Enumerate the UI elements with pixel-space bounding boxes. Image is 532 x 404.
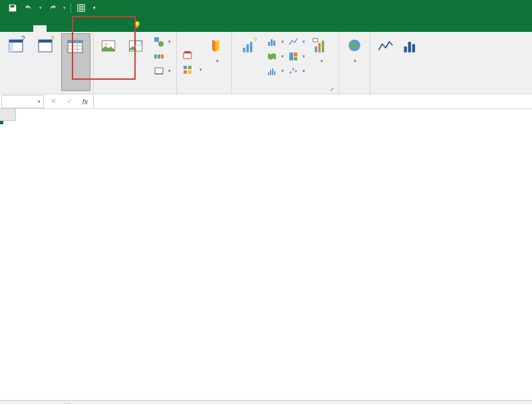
column-chart-icon — [267, 37, 277, 47]
svg-rect-13 — [68, 41, 82, 43]
dialog-launcher-icon[interactable]: ⤢ — [330, 86, 334, 92]
svg-point-49 — [293, 68, 295, 70]
tab-data[interactable] — [73, 25, 86, 32]
pivot-table-button[interactable]: ? — [3, 33, 32, 91]
tab-formulas[interactable] — [60, 25, 73, 32]
tab-file[interactable] — [7, 25, 20, 32]
smartart-icon — [154, 51, 164, 62]
table-button[interactable] — [61, 33, 90, 91]
store-button[interactable] — [180, 48, 205, 62]
svg-rect-39 — [271, 39, 273, 46]
qat-customize[interactable]: ▾ — [90, 1, 99, 15]
group-charts: ? ▾ ▾ ▾ ▾ ▾ ▾ ▾ — [232, 32, 339, 94]
smartart-button[interactable] — [151, 49, 174, 64]
formula-bar: ▾ ✕ ✓ fx — [0, 94, 532, 109]
chart-scatter-button[interactable]: ▾ — [285, 64, 307, 78]
chevron-down-icon: ▾ — [168, 39, 171, 45]
undo-button[interactable] — [21, 1, 36, 15]
svg-rect-33 — [188, 70, 192, 74]
group-illustrations: ▾ ▾ — [94, 32, 177, 94]
save-button[interactable] — [5, 1, 20, 15]
svg-point-19 — [105, 43, 108, 46]
svg-rect-47 — [274, 71, 275, 75]
tell-me-box[interactable]: 💡 — [126, 18, 150, 32]
lightbulb-icon: 💡 — [133, 21, 141, 29]
qat-grid-icon[interactable] — [74, 1, 88, 15]
svg-rect-35 — [247, 45, 249, 52]
chart-hier-button[interactable]: ▾ — [285, 49, 307, 64]
shapes-icon — [154, 37, 164, 47]
svg-point-23 — [158, 41, 164, 47]
chart-line-button[interactable]: ▾ — [285, 35, 307, 49]
tab-insert[interactable] — [33, 25, 47, 32]
group-illustrations-label — [96, 91, 174, 94]
svg-point-48 — [290, 72, 292, 74]
sparkline-hist-button[interactable] — [398, 33, 424, 91]
svg-rect-46 — [272, 68, 273, 75]
svg-rect-6 — [9, 40, 23, 43]
recommended-charts-button[interactable]: ? — [235, 33, 264, 91]
svg-text:?: ? — [253, 37, 257, 43]
tab-view[interactable] — [100, 25, 113, 32]
map3d-button[interactable]: ▾ — [342, 33, 367, 91]
svg-rect-52 — [319, 43, 321, 52]
cancel-formula-button: ✕ — [45, 95, 61, 108]
chart-col-button[interactable]: ▾ — [264, 35, 285, 49]
group-sparklines — [370, 32, 426, 94]
svg-rect-24 — [154, 54, 157, 58]
chevron-down-icon: ▾ — [354, 58, 356, 64]
bing-maps-button[interactable]: ▾ — [205, 33, 229, 91]
chart-map-button[interactable]: ▾ — [264, 49, 285, 64]
group-tours-label — [342, 91, 367, 94]
map-chart-icon — [267, 51, 277, 62]
redo-button[interactable] — [45, 1, 60, 15]
screenshot-button[interactable]: ▾ — [151, 64, 174, 78]
name-box[interactable]: ▾ — [1, 95, 44, 108]
svg-rect-30 — [184, 66, 187, 69]
qat-dropdown-2[interactable]: ▾ — [61, 1, 68, 15]
group-tables-label — [3, 91, 90, 94]
chevron-down-icon: ▾ — [38, 99, 41, 104]
group-charts-label: ⤢ — [235, 91, 336, 94]
line-chart-icon — [288, 37, 299, 47]
quick-access-toolbar: ▾ ▾ ▾ — [0, 1, 99, 15]
tab-developer[interactable] — [113, 25, 126, 32]
tab-layout[interactable] — [47, 25, 60, 32]
chart-stat-button[interactable]: ▾ — [264, 64, 285, 78]
svg-rect-25 — [158, 54, 160, 58]
sparkline-line-button[interactable] — [373, 33, 398, 91]
tab-home[interactable] — [20, 25, 33, 32]
svg-rect-44 — [268, 72, 269, 75]
svg-rect-10 — [39, 40, 52, 43]
histogram-icon — [267, 66, 277, 76]
svg-rect-34 — [243, 48, 245, 52]
svg-rect-31 — [188, 66, 192, 69]
qat-dropdown-1[interactable]: ▾ — [37, 1, 44, 15]
online-pictures-button[interactable] — [122, 33, 151, 91]
recommended-pivot-button[interactable]: ? — [32, 33, 61, 91]
fx-button[interactable]: fx — [77, 95, 93, 108]
active-cell[interactable] — [0, 121, 3, 124]
group-tours: ▾ — [339, 32, 370, 94]
tab-review[interactable] — [86, 25, 100, 32]
chevron-down-icon: ▾ — [216, 58, 219, 64]
spreadsheet-grid — [0, 109, 532, 400]
shapes-button[interactable]: ▾ — [151, 35, 174, 49]
select-all-corner[interactable] — [0, 109, 16, 121]
svg-rect-40 — [273, 41, 275, 46]
store-icon — [182, 50, 193, 60]
chevron-down-icon: ▾ — [200, 67, 202, 72]
svg-rect-22 — [154, 37, 159, 42]
title-bar: ▾ ▾ ▾ — [0, 0, 532, 16]
svg-rect-42 — [294, 52, 297, 56]
my-addins-button[interactable]: ▾ — [180, 62, 205, 77]
svg-rect-57 — [408, 42, 411, 52]
pictures-button[interactable] — [96, 33, 122, 91]
formula-input[interactable] — [93, 95, 532, 108]
svg-rect-51 — [315, 47, 317, 52]
ribbon: ? ? — [0, 32, 532, 94]
svg-point-50 — [295, 70, 297, 72]
svg-rect-58 — [412, 45, 415, 52]
pivot-chart-button[interactable]: ▾ — [307, 33, 336, 91]
group-sparklines-label — [373, 91, 424, 94]
